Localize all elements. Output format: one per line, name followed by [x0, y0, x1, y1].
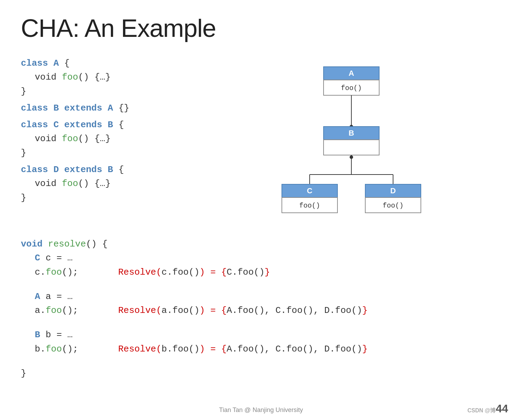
kw-class-c: class [21, 120, 48, 130]
svg-text:foo(): foo() [341, 84, 362, 92]
resolve-group-a: A a = … a.foo(); Resolve(a.foo()) = {A.f… [21, 290, 501, 318]
svg-text:B: B [349, 129, 354, 137]
slide: CHA: An Example class A { void foo() {…}… [0, 0, 522, 420]
name-c: C [54, 120, 59, 130]
class-a-block: class A { void foo() {…} } [21, 56, 202, 98]
content-area: class A { void foo() {…} } class B exten… [21, 56, 501, 227]
kw-class-b: class [21, 103, 48, 113]
close-c: } [21, 148, 26, 158]
parens-a: () {…} [78, 72, 111, 82]
kw-class-d: class [21, 164, 48, 175]
fn-foo-a: foo [62, 72, 78, 82]
csdn-label: CSDN @博 [467, 407, 496, 413]
name-b-ref-c: B [108, 120, 113, 130]
svg-text:D: D [390, 186, 396, 195]
kw-extends-c: extends [64, 120, 102, 130]
resolve-result-b: Resolve(b.foo()) = {A.foo(), C.foo(), D.… [118, 342, 368, 356]
resolve-group-b: B b = … b.foo(); Resolve(b.foo()) = {A.f… [21, 328, 501, 356]
kw-class-a: class [21, 58, 48, 68]
name-a-ref-b: A [108, 103, 113, 113]
class-hierarchy-diagram: A foo() B [264, 60, 438, 227]
resolve-group-c: C c = … c.foo(); Resolve(c.foo()) = {C.f… [21, 251, 501, 279]
resolve-header: void resolve() { [21, 237, 501, 251]
kw-extends-d: extends [64, 164, 102, 175]
svg-text:C: C [307, 186, 312, 195]
resolve-row-c-call: c.foo(); Resolve(c.foo()) = {C.foo()} [21, 265, 501, 279]
name-b: B [54, 103, 59, 113]
void-a: void [35, 72, 62, 82]
parens-c: () {…} [78, 134, 111, 144]
parens-d: () {…} [78, 178, 111, 189]
svg-rect-8 [324, 140, 379, 155]
class-d-block: class D extends B { void foo() {…} } [21, 163, 202, 205]
fn-foo-c: foo [62, 134, 78, 144]
void-c: void [35, 134, 62, 144]
resolve-row-b-call: b.foo(); Resolve(b.foo()) = {A.foo(), C.… [21, 342, 501, 356]
footer-author: Tian Tan @ Nanjing University [0, 406, 522, 414]
code-panel: class A { void foo() {…} } class B exten… [21, 56, 202, 227]
class-b-block: class B extends A {} [21, 101, 202, 115]
resolve-panel: void resolve() { C c = … c.foo(); Resolv… [21, 237, 501, 380]
page-number: CSDN @博44 [467, 402, 508, 415]
name-b-ref-d: B [108, 164, 113, 175]
diagram-panel: A foo() B [202, 56, 501, 227]
a-call-code: a.foo(); [21, 304, 90, 317]
svg-text:foo(): foo() [383, 202, 403, 210]
resolve-row-a-call: a.foo(); Resolve(a.foo()) = {A.foo(), C.… [21, 304, 501, 317]
svg-text:A: A [349, 69, 354, 78]
c-call-code: c.foo(); [21, 265, 90, 279]
name-d: D [54, 164, 59, 175]
slide-title: CHA: An Example [21, 14, 501, 42]
b-call-code: b.foo(); [21, 342, 90, 356]
resolve-footer: } [21, 366, 501, 380]
resolve-row-c-var: C c = … [21, 251, 501, 265]
close-a: } [21, 86, 26, 97]
void-d: void [35, 178, 62, 189]
close-d: } [21, 193, 26, 203]
fn-foo-d: foo [62, 178, 78, 189]
class-c-block: class C extends B { void foo() {…} } [21, 118, 202, 160]
page-number-value: 44 [496, 402, 508, 415]
resolve-result-c: Resolve(c.foo()) = {C.foo()} [118, 265, 270, 279]
resolve-row-a-var: A a = … [21, 290, 501, 304]
kw-extends-b: extends [64, 103, 102, 113]
svg-text:foo(): foo() [299, 202, 320, 210]
resolve-row-b-var: B b = … [21, 328, 501, 342]
name-a: A [54, 58, 59, 68]
c-var-code: C c = … [21, 251, 90, 265]
resolve-result-a: Resolve(a.foo()) = {A.foo(), C.foo(), D.… [118, 304, 368, 317]
b-var-code: B b = … [21, 328, 90, 342]
a-var-code: A a = … [21, 290, 90, 304]
